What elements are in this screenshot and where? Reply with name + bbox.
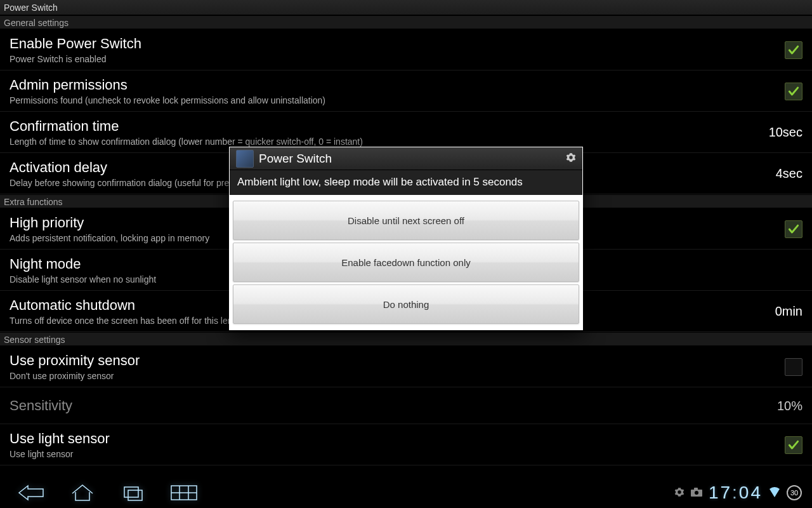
- setting-title: Use light sensor: [10, 431, 775, 446]
- gear-icon[interactable]: [566, 152, 576, 166]
- section-header-sensor: Sensor settings: [0, 332, 812, 346]
- dialog-title: Power Switch: [259, 152, 332, 166]
- clock: 17:04: [709, 483, 763, 503]
- apps-grid-button[interactable]: [159, 478, 209, 508]
- checkbox-enable[interactable]: [785, 41, 802, 59]
- dialog-button-label: Do nothing: [383, 299, 429, 310]
- app-title-bar: Power Switch: [0, 0, 812, 15]
- svg-rect-1: [128, 490, 142, 500]
- setting-use-proximity[interactable]: Use proximity sensor Don't use proximity…: [0, 346, 812, 387]
- checkbox-priority[interactable]: [785, 220, 802, 238]
- setting-sensitivity[interactable]: Sensitivity 10%: [0, 387, 812, 424]
- setting-value: 0min: [775, 304, 802, 319]
- home-button[interactable]: [57, 478, 108, 508]
- back-button[interactable]: [6, 478, 57, 508]
- app-title: Power Switch: [4, 3, 58, 13]
- setting-title: Sensitivity: [10, 398, 768, 413]
- battery-percent: 30: [790, 489, 798, 497]
- setting-title: Enable Power Switch: [10, 36, 775, 51]
- svg-point-8: [695, 491, 698, 495]
- status-area[interactable]: 17:04 30: [674, 483, 806, 503]
- svg-rect-7: [694, 488, 698, 490]
- svg-rect-0: [124, 487, 138, 497]
- battery-indicator: 30: [787, 485, 802, 500]
- section-header-general: General settings: [0, 15, 812, 29]
- dialog-button-label: Disable until next screen off: [348, 215, 464, 226]
- setting-title: Use proximity sensor: [10, 352, 775, 368]
- setting-title: Admin permissions: [10, 77, 775, 93]
- checkbox-admin[interactable]: [785, 83, 802, 100]
- camera-status-icon: [691, 488, 702, 498]
- dialog-button-label: Enable facedown function only: [341, 257, 470, 268]
- dialog-power-switch: Power Switch Ambient light low, sleep mo…: [229, 147, 583, 330]
- setting-desc: Length of time to show confirmation dial…: [10, 137, 759, 147]
- dialog-button-facedown-only[interactable]: Enable facedown function only: [233, 243, 579, 282]
- clock-hours: 17: [709, 483, 732, 503]
- setting-desc: Don't use proximity sensor: [10, 371, 775, 381]
- wifi-icon: [769, 486, 780, 500]
- recent-apps-button[interactable]: [108, 478, 159, 508]
- checkbox-proximity[interactable]: [785, 358, 802, 376]
- dialog-body: Disable until next screen off Enable fac…: [230, 195, 582, 330]
- setting-value: 10sec: [769, 125, 802, 140]
- system-nav-bar: 17:04 30: [0, 478, 812, 508]
- setting-title: Confirmation time: [10, 118, 759, 134]
- dialog-button-do-nothing[interactable]: Do nothing: [233, 284, 579, 324]
- dialog-button-disable-until-off[interactable]: Disable until next screen off: [233, 201, 579, 240]
- setting-desc: Permissions found (uncheck to revoke loc…: [10, 95, 775, 105]
- dialog-message: Ambient light low, sleep mode will be ac…: [230, 170, 582, 195]
- clock-minutes: 04: [739, 483, 763, 503]
- dialog-title-bar: Power Switch: [230, 147, 582, 170]
- checkbox-light[interactable]: [785, 436, 802, 454]
- setting-value: 4sec: [776, 166, 802, 181]
- app-icon: [236, 150, 254, 168]
- setting-enable-power-switch[interactable]: Enable Power Switch Power Switch is enab…: [0, 29, 812, 70]
- setting-use-light-sensor[interactable]: Use light sensor Use light sensor: [0, 424, 812, 465]
- settings-status-icon: [674, 487, 684, 499]
- setting-value: 10%: [777, 399, 802, 413]
- setting-desc: Use light sensor: [10, 449, 775, 459]
- setting-desc: Power Switch is enabled: [10, 54, 775, 64]
- setting-admin-permissions[interactable]: Admin permissions Permissions found (unc…: [0, 70, 812, 112]
